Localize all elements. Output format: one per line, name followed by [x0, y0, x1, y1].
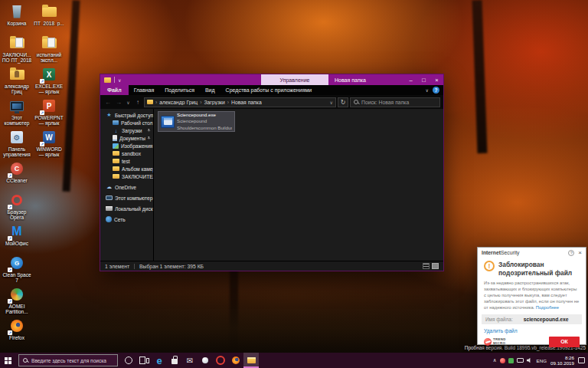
menu-file[interactable]: Файл — [100, 85, 129, 95]
recent-locations-dropdown[interactable]: ∨ — [125, 100, 132, 105]
explorer-file-area[interactable]: Sciencepound.exe Sciencepound Shouldersc… — [154, 109, 443, 261]
desktop-icon-glyph — [11, 195, 22, 205]
sidebar-zakl-folder[interactable]: ЗАКЛЮЧИТЕЛЬНЫ — [100, 172, 153, 180]
sidebar-pictures[interactable]: Изображения — [100, 142, 153, 150]
desktop-icon-myoffice[interactable]: МойОфис — [2, 223, 32, 255]
help-icon[interactable]: ? — [433, 87, 439, 94]
taskbar-task-view-icon[interactable] — [136, 353, 152, 368]
menu-view[interactable]: Вид — [200, 85, 220, 95]
desktop-icon-glyph — [10, 38, 24, 48]
sidebar-quick-access[interactable]: Быстрый доступ — [100, 111, 153, 119]
breadcrumb-new-folder[interactable]: Новая папка — [225, 100, 262, 105]
delete-file-link[interactable]: Удалить файл — [484, 328, 580, 334]
exe-file-icon — [161, 116, 175, 128]
sidebar-item-label: Быстрый доступ — [115, 113, 153, 118]
ribbon-collapse-icon[interactable]: ∨ — [426, 87, 429, 93]
sidebar-network[interactable]: Сеть — [100, 215, 153, 223]
desktop-icon-user-folder[interactable]: александр Гриц — [2, 66, 32, 97]
close-button[interactable]: × — [430, 74, 443, 85]
taskbar-opera-icon[interactable] — [213, 353, 228, 368]
desktop-icon-zakl-folder[interactable]: ЗАКЛЮЧИ... ПО ПТ_2018 — [2, 34, 32, 66]
taskbar-clock[interactable]: 8:26 09.10.2019 — [550, 355, 574, 366]
desktop-icon-word[interactable]: WINWORD — ярлык — [34, 129, 64, 160]
desktop-icon-control-panel[interactable]: Панель управления — [2, 129, 32, 160]
sidebar-onedrive[interactable]: OneDrive — [100, 183, 153, 191]
sidebar-item-label: Этот компьютер — [115, 196, 152, 201]
file-item-sciencepound[interactable]: Sciencepound.exe Sciencepound Shouldersc… — [158, 111, 235, 132]
sidebar-this-pc[interactable]: Этот компьютер — [100, 194, 153, 202]
tray-trend-micro-icon[interactable] — [500, 358, 505, 363]
refresh-button[interactable]: ↻ — [338, 97, 348, 107]
desktop-icon-excel[interactable]: EXCEL.EXE — ярлык — [34, 66, 64, 97]
desktop-icon-label: CCleaner — [2, 178, 32, 183]
taskbar-search-input[interactable]: Введите здесь текст для поиска — [18, 354, 118, 366]
desktop-icon-pt2018-folder[interactable]: ПТ_2018_р... — [34, 3, 64, 34]
sidebar-sandbox[interactable]: sandbox — [100, 150, 153, 157]
forward-button[interactable]: → — [114, 99, 123, 106]
desktop-icon-opera[interactable]: Браузер Opera — [2, 192, 32, 223]
breadcrumb-user[interactable]: александр Гриц — [153, 100, 198, 105]
popup-close-icon[interactable]: × — [578, 249, 582, 256]
minimize-button[interactable]: – — [404, 74, 417, 85]
desktop-icon-label: Панель управления — [2, 146, 32, 158]
desktop-icon-aomei[interactable]: AOMEI Partition... — [2, 286, 32, 317]
up-button[interactable]: ↑ — [133, 99, 142, 106]
more-details-link[interactable]: Подробнее — [536, 305, 559, 310]
sidebar-desktop[interactable]: Рабочий стол — [100, 119, 153, 127]
desktop-icon-glyph — [11, 257, 23, 269]
tray-green-app-icon[interactable] — [508, 358, 514, 363]
menu-app-tools[interactable]: Средства работы с приложениями — [220, 85, 318, 95]
screen: Корзина ЗАКЛЮЧИ... ПО ПТ_2018 александр … — [0, 0, 588, 368]
address-dropdown-icon[interactable]: ∨ — [330, 100, 333, 105]
sidebar-local-disk[interactable]: Локальный диск - н — [100, 205, 153, 212]
trend-micro-ball-icon — [484, 338, 492, 346]
contextual-tab-manage[interactable]: Управление — [261, 74, 328, 85]
sidebar-camera-album[interactable]: Альбом камеры — [100, 165, 153, 172]
taskbar-mail-icon[interactable] — [182, 353, 198, 368]
status-item-count: 1 элемент — [105, 264, 134, 269]
taskbar-cortana-icon[interactable] — [121, 353, 136, 368]
sidebar-documents[interactable]: Документы — [100, 134, 153, 142]
action-center-icon[interactable] — [578, 357, 585, 363]
taskbar-store-icon[interactable] — [167, 353, 182, 368]
popup-help-icon[interactable]: ? — [568, 250, 574, 256]
taskbar-people-icon[interactable] — [198, 353, 213, 368]
shortcut-arrow-icon — [40, 110, 44, 115]
tray-volume-icon[interactable] — [527, 357, 533, 363]
desktop-icon-powerpoint[interactable]: POWERPNT — ярлык — [34, 97, 64, 129]
desktop-icon-recycle-bin[interactable]: Корзина — [2, 3, 32, 34]
address-field[interactable]: александр ГрицЗагрузкиНовая папка ∨ — [144, 97, 336, 107]
chevron-down-icon[interactable]: ∨ — [118, 77, 121, 83]
list-view-button[interactable] — [423, 263, 430, 269]
taskbar-edge-icon[interactable] — [152, 353, 167, 368]
shortcut-arrow-icon — [40, 79, 44, 84]
tray-chevron-up-icon[interactable] — [493, 357, 497, 363]
language-indicator[interactable]: ENG — [537, 358, 547, 363]
breadcrumb-downloads[interactable]: Загрузки — [198, 100, 225, 105]
start-button[interactable] — [0, 353, 18, 368]
desktop-icon-clean-space[interactable]: Clean Space 7 — [2, 255, 32, 286]
sidebar-test[interactable]: test — [100, 157, 153, 165]
desktop-icon-glyph — [12, 5, 22, 18]
pin-icon — [147, 129, 151, 133]
desktop-icon-glyph — [43, 131, 55, 143]
status-selection: Выбран 1 элемент: 395 КБ — [134, 264, 208, 269]
taskbar-firefox-icon[interactable] — [228, 353, 243, 368]
desktop-icon-label: МойОфис — [2, 241, 32, 246]
back-button[interactable]: ← — [103, 99, 113, 106]
tray-display-icon[interactable] — [517, 358, 524, 363]
desktop-icon-firefox[interactable]: Firefox — [2, 317, 32, 349]
ok-button[interactable]: ОК — [549, 337, 580, 347]
clock-time: 8:26 — [550, 355, 574, 360]
desktop-icon-ccleaner[interactable]: CCleaner — [2, 160, 32, 192]
menu-share[interactable]: Поделиться — [159, 85, 200, 95]
taskbar-explorer-icon[interactable] — [243, 353, 259, 368]
desktop-icon-this-pc[interactable]: Этот компьютер — [2, 97, 32, 129]
maximize-button[interactable]: □ — [417, 74, 430, 85]
thumbnail-view-button[interactable] — [432, 263, 439, 269]
menu-home[interactable]: Главная — [129, 85, 160, 95]
sidebar-downloads[interactable]: Загрузки — [100, 127, 153, 134]
explorer-titlebar[interactable]: ∨ Управление Новая папка – □ × — [100, 74, 443, 85]
desktop-icon-ispytaniy-folder[interactable]: испытаний экспл... — [34, 34, 64, 66]
search-input[interactable]: Поиск: Новая папка — [350, 97, 440, 107]
